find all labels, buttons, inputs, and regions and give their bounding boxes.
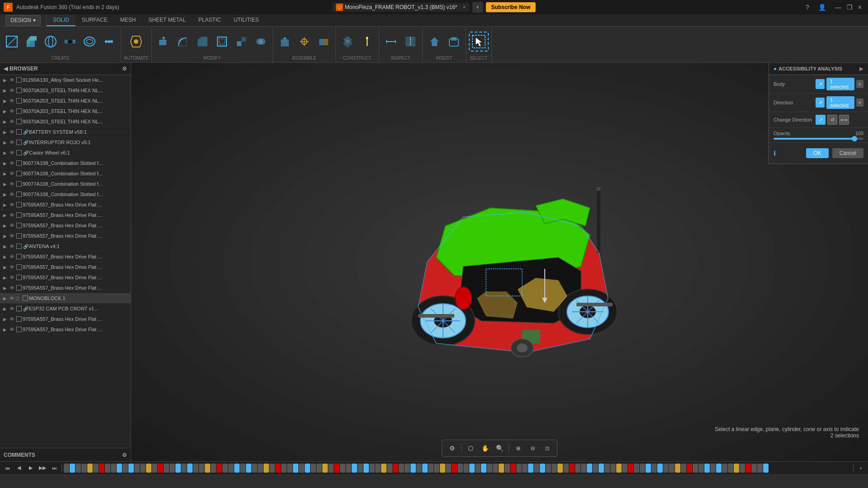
timeline-step[interactable]: [299, 464, 304, 473]
browser-item[interactable]: ▶ 👁 90077A108_Combination Slotted f...: [0, 158, 131, 169]
timeline-step[interactable]: [675, 464, 680, 473]
timeline-step[interactable]: [363, 464, 369, 473]
timeline-step[interactable]: [516, 464, 522, 473]
browser-item[interactable]: ▶ 👁 90077A108_Combination Slotted f...: [0, 189, 131, 200]
timeline-step[interactable]: [540, 464, 545, 473]
visibility-icon[interactable]: 👁: [8, 263, 15, 271]
expand-icon[interactable]: ▶: [2, 295, 8, 301]
visibility-icon[interactable]: 👁: [8, 170, 15, 177]
tab-surface[interactable]: SURFACE: [75, 14, 114, 26]
timeline-step[interactable]: [428, 464, 434, 473]
timeline-step[interactable]: [187, 464, 193, 473]
timeline-step[interactable]: [346, 464, 351, 473]
timeline-step[interactable]: [487, 464, 492, 473]
ok-button[interactable]: OK: [806, 148, 828, 158]
timeline-step[interactable]: [369, 464, 375, 473]
visibility-icon[interactable]: 👁: [8, 326, 15, 333]
timeline-step[interactable]: [452, 464, 457, 473]
create-extrude-button[interactable]: [22, 33, 40, 51]
browser-item[interactable]: ▶ 👁 97595A557_Brass Hex Drive Flat ...: [0, 283, 131, 293]
timeline-step[interactable]: [340, 464, 345, 473]
timeline-step[interactable]: [546, 464, 551, 473]
timeline-step[interactable]: [75, 464, 81, 473]
assemble-rigid-group-button[interactable]: [315, 33, 333, 51]
timeline-step[interactable]: [275, 464, 281, 473]
timeline-step[interactable]: [334, 464, 340, 473]
expand-icon[interactable]: ▶: [2, 264, 8, 270]
expand-icon[interactable]: ▶: [2, 285, 8, 291]
cancel-button[interactable]: Cancel: [832, 148, 863, 158]
insert-decal-button[interactable]: [445, 33, 463, 51]
timeline-step[interactable]: [698, 464, 704, 473]
construct-axis-button[interactable]: [358, 33, 376, 51]
visibility-icon[interactable]: 👁: [8, 139, 15, 146]
timeline-step[interactable]: [510, 464, 516, 473]
timeline-step[interactable]: [681, 464, 686, 473]
timeline-step[interactable]: [181, 464, 187, 473]
visibility-icon[interactable]: 👁: [8, 149, 15, 156]
expand-icon[interactable]: ▶: [2, 118, 8, 125]
visibility-icon[interactable]: 👁: [8, 253, 15, 260]
pan-button[interactable]: ✋: [479, 442, 491, 455]
expand-icon[interactable]: ▶: [2, 98, 8, 104]
timeline-step[interactable]: [499, 464, 504, 473]
expand-icon[interactable]: ▶: [2, 305, 8, 312]
visibility-icon[interactable]: 👁: [8, 180, 15, 188]
browser-item[interactable]: ▶ 👁 90370A203_STEEL THIN HEX NL...: [0, 85, 131, 96]
timeline-step[interactable]: [269, 464, 275, 473]
rotate-icon[interactable]: ↺: [827, 115, 837, 125]
timeline-step[interactable]: [687, 464, 692, 473]
browser-settings-icon[interactable]: ⚙: [122, 66, 127, 72]
timeline-step[interactable]: [493, 464, 498, 473]
timeline-step[interactable]: [105, 464, 110, 473]
timeline-step[interactable]: [763, 464, 769, 473]
timeline-step[interactable]: [734, 464, 739, 473]
tab-plastic[interactable]: PLASTIC: [192, 14, 227, 26]
timeline-step[interactable]: [463, 464, 469, 473]
expand-icon[interactable]: ▶: [2, 233, 8, 239]
timeline-step[interactable]: [328, 464, 334, 473]
timeline-step[interactable]: [475, 464, 481, 473]
browser-item[interactable]: ▶ 👁 97595A557_Brass Hex Drive Flat ...: [0, 272, 131, 283]
modify-press-pull-button[interactable]: [155, 33, 173, 51]
modify-chamfer-button[interactable]: [193, 33, 212, 51]
timeline-step[interactable]: [381, 464, 387, 473]
timeline-step[interactable]: [264, 464, 269, 473]
timeline-step[interactable]: [581, 464, 586, 473]
restore-button[interactable]: ❐: [844, 3, 855, 12]
browser-item[interactable]: ▶ 👁 97595A557_Brass Hex Drive Flat ...: [0, 200, 131, 210]
timeline-step[interactable]: [446, 464, 451, 473]
modify-shell-button[interactable]: [213, 33, 231, 51]
timeline-step[interactable]: [293, 464, 298, 473]
flip-direction-icon[interactable]: ↗: [816, 115, 826, 125]
timeline-step[interactable]: [522, 464, 528, 473]
create-revolve-button[interactable]: [42, 33, 60, 51]
timeline-step[interactable]: [211, 464, 216, 473]
expand-icon[interactable]: ▶: [2, 139, 8, 145]
create-hole-button[interactable]: [61, 33, 79, 51]
new-tab-button[interactable]: +: [472, 2, 483, 13]
browser-item[interactable]: ▶ 👁 🔗 INTERRUPTOR ROJO v5:1: [0, 137, 131, 148]
timeline-step[interactable]: [175, 464, 181, 473]
view-cube-button[interactable]: ⊡: [541, 442, 553, 455]
timeline-step[interactable]: [505, 464, 510, 473]
create-more-button[interactable]: [100, 33, 118, 51]
timeline-step[interactable]: [593, 464, 598, 473]
expand-icon[interactable]: ▶: [2, 181, 8, 187]
timeline-step[interactable]: [246, 464, 251, 473]
grid-snap-button[interactable]: ⊟: [526, 442, 539, 455]
visibility-icon[interactable]: 👁: [8, 128, 15, 136]
start-button[interactable]: ⏮: [2, 463, 13, 473]
subscribe-button[interactable]: Subscribe Now: [486, 2, 536, 12]
visibility-icon[interactable]: 👁: [8, 315, 15, 323]
timeline-step[interactable]: [322, 464, 328, 473]
viewport-settings-button[interactable]: ⚙: [446, 442, 458, 455]
account-button[interactable]: 👤: [816, 3, 829, 12]
browser-item[interactable]: ▶ 👁 🔗 Castor Wheel v6:1: [0, 148, 131, 158]
browser-item[interactable]: ▶ 👁 90077A108_Combination Slotted f...: [0, 179, 131, 189]
browser-item[interactable]: ▶ 👁 97595A557_Brass Hex Drive Flat ...: [0, 314, 131, 324]
expand-icon[interactable]: ▶: [2, 326, 8, 333]
timeline-step[interactable]: [651, 464, 657, 473]
timeline-step[interactable]: [722, 464, 727, 473]
timeline-step[interactable]: [640, 464, 645, 473]
